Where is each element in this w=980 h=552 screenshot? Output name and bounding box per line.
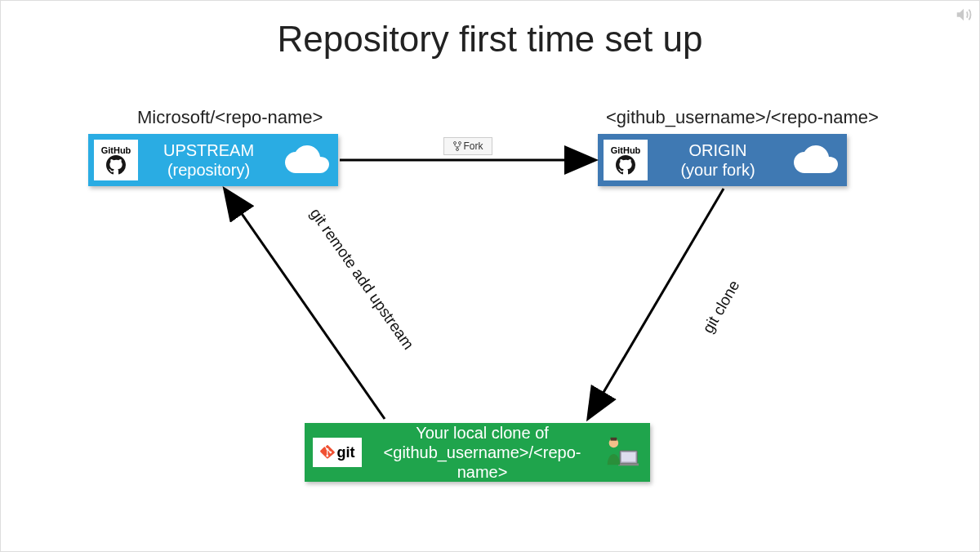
origin-line2: (your fork) xyxy=(648,160,788,180)
upstream-line1: UPSTREAM xyxy=(138,140,279,160)
octocat-icon xyxy=(613,155,638,175)
svg-point-5 xyxy=(453,142,456,145)
clone-arrow xyxy=(589,189,724,417)
upstream-box: GitHub UPSTREAM (repository) xyxy=(88,134,338,186)
fork-button[interactable]: Fork xyxy=(443,137,492,155)
origin-text: ORIGIN (your fork) xyxy=(648,140,788,180)
slide-title: Repository first time set up xyxy=(1,19,979,60)
local-text: Your local clone of <github_username>/<r… xyxy=(362,423,603,482)
svg-rect-4 xyxy=(611,438,617,441)
git-logo: git xyxy=(313,438,362,467)
git-mark-icon xyxy=(320,445,335,460)
local-line1: Your local clone of xyxy=(362,423,603,443)
svg-rect-1 xyxy=(621,452,635,462)
origin-box: GitHub ORIGIN (your fork) xyxy=(598,134,847,186)
local-line2: <github_username>/<repo-name> xyxy=(362,443,603,482)
remote-add-label: git remote add upstream xyxy=(306,205,417,353)
cloud-icon xyxy=(279,144,332,176)
svg-point-7 xyxy=(456,149,458,151)
upstream-text: UPSTREAM (repository) xyxy=(138,140,279,180)
audio-icon[interactable] xyxy=(955,6,973,24)
user-at-computer-icon xyxy=(603,434,640,471)
upstream-line2: (repository) xyxy=(138,160,279,180)
svg-rect-2 xyxy=(618,463,639,465)
git-badge-text: git xyxy=(337,444,355,461)
origin-line1: ORIGIN xyxy=(648,140,788,160)
github-badge-text: GitHub xyxy=(611,145,641,155)
fork-button-label: Fork xyxy=(464,140,483,152)
clone-label: git clone xyxy=(699,278,743,336)
fork-icon xyxy=(453,141,461,151)
github-logo: GitHub xyxy=(94,140,138,180)
upstream-path-label: Microsoft/<repo-name> xyxy=(137,107,323,128)
octocat-icon xyxy=(104,155,128,175)
svg-point-6 xyxy=(458,142,461,145)
remote-add-arrow xyxy=(225,190,385,419)
github-logo: GitHub xyxy=(604,140,648,180)
cloud-icon xyxy=(788,144,840,176)
local-clone-box: git Your local clone of <github_username… xyxy=(305,423,650,482)
github-badge-text: GitHub xyxy=(101,145,131,155)
origin-path-label: <github_username>/<repo-name> xyxy=(606,107,879,128)
